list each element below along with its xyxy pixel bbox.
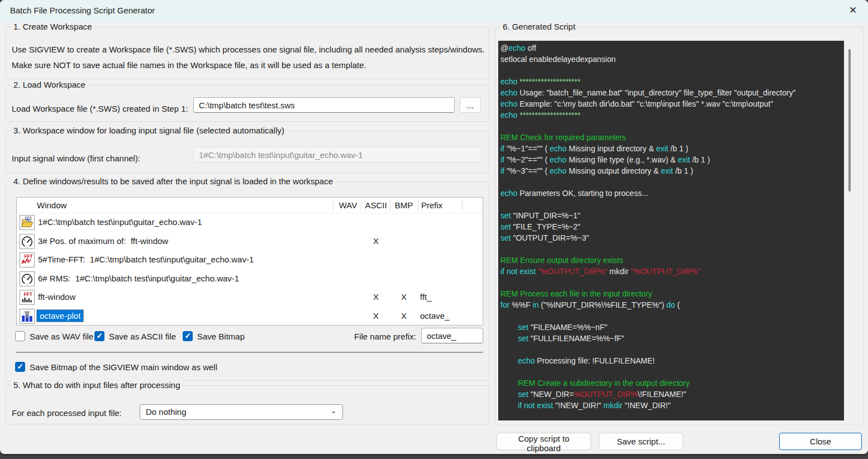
script-line: REM Check for required parameters [500, 132, 844, 143]
table-row[interactable]: octave-plotXXoctave_ [17, 307, 483, 326]
group-title: 5. What to do with input files after pro… [11, 380, 183, 390]
divider [16, 352, 483, 353]
save-ascii-checkbox[interactable] [94, 331, 104, 341]
script-line: echo ******************** [500, 109, 844, 121]
script-line: if "%~2"=="" ( echo Missing file type (e… [500, 154, 844, 165]
script-line [500, 199, 844, 210]
dropdown-value: Do nothing [146, 407, 187, 417]
group-title: 6. Generated Script [500, 22, 578, 31]
script-line: if "%~3"=="" ( echo Missing output direc… [500, 165, 844, 176]
script-line [500, 121, 844, 132]
input-signal-label: Input signal window (first channel): [12, 154, 140, 163]
script-scrollbar[interactable] [848, 49, 851, 192]
script-line: echo ******************** [500, 76, 844, 87]
script-line: echo Usage: "batch_file_name.bat" "input… [500, 87, 844, 98]
script-view[interactable]: @echo offsetlocal enabledelayedexpansion… [498, 41, 844, 420]
group-create-workspace: 1. Create Workspace Use SIGVIEW to creat… [6, 27, 489, 79]
col-wav: WAV [337, 200, 359, 210]
save-bitmap-label: Save Bitmap [197, 332, 245, 341]
copy-script-button[interactable]: Copy script to clipboard [497, 433, 591, 450]
window-row-label: 1#C:\tmp\batch test\input\guitar_echo.wa… [38, 217, 202, 227]
window-title: Batch File Processing Script Generator [10, 6, 155, 15]
gauge-icon [20, 271, 35, 286]
save-wav-checkbox[interactable] [15, 331, 25, 341]
bmp-mark: X [393, 311, 415, 321]
window-row-label: octave-plot [37, 310, 83, 322]
script-line: set "INPUT_DIR=%~1" [500, 210, 844, 221]
prefix-value: octave_ [420, 311, 470, 321]
close-icon[interactable]: ✕ [845, 3, 861, 18]
script-line: echo Example: "c:\my batch dir\do.bat" "… [500, 98, 844, 109]
chevron-down-icon: ⌄ [330, 406, 337, 415]
windows-table[interactable]: Window WAV ASCII BMP Prefix 1#C:\tmp\bat… [16, 197, 483, 326]
after-processing-dropdown[interactable]: Do nothing ⌄ [140, 404, 343, 420]
script-line [500, 366, 844, 377]
script-line [500, 176, 844, 188]
col-prefix: Prefix [421, 200, 442, 210]
script-line: setlocal enabledelayedexpansion [500, 54, 844, 65]
bmp-mark: X [393, 292, 415, 302]
window-row-label: fft-window [38, 292, 75, 302]
instruction-line-2: Make sure NOT to save actual file names … [12, 60, 366, 70]
col-bmp: BMP [393, 200, 415, 210]
save-wav-label: Save as WAV file [30, 332, 93, 341]
workspace-file-label: Load Workspace file (*.SWS) created in S… [12, 104, 188, 113]
script-line [500, 344, 844, 355]
table-row[interactable]: 6# RMS: 1#C:\tmp\batch test\input\guitar… [17, 270, 483, 289]
close-button[interactable]: Close [779, 433, 862, 450]
save-ascii-label: Save as ASCII file [109, 332, 176, 341]
octave-icon [20, 309, 35, 324]
script-line: echo Processing file: !FULLFILENAME! [500, 355, 844, 366]
group-define-windows: 4. Define windows/results to be saved af… [6, 181, 489, 381]
file-prefix-input[interactable] [421, 328, 483, 343]
table-row[interactable]: 3# Pos. of maximum of: fft-windowX [17, 232, 483, 251]
svg-text:FFT: FFT [23, 291, 32, 297]
fft-icon: FFT [20, 290, 35, 305]
script-line: REM Process each file in the input direc… [500, 288, 844, 299]
ascii-mark: X [365, 236, 387, 246]
save-main-bitmap-label: Save Bitmap of the SIGVIEW main window a… [30, 362, 217, 372]
screen: Batch File Processing Script Generator ✕… [0, 0, 868, 459]
script-line [500, 243, 844, 255]
script-line: @echo off [500, 42, 844, 54]
table-row[interactable]: 1#C:\tmp\batch test\input\guitar_echo.wa… [17, 213, 483, 232]
save-bitmap-checkbox[interactable] [183, 331, 193, 341]
script-line: if not exist "!NEW_DIR!" mkdir "!NEW_DIR… [500, 400, 844, 411]
signal-file-icon [20, 215, 35, 230]
script-line: echo Parameters OK, starting to process.… [500, 188, 844, 199]
window-row-label: 3# Pos. of maximum of: fft-window [38, 236, 168, 246]
group-title: 3. Workspace window for loading input si… [11, 126, 287, 135]
window-row-label: 6# RMS: 1#C:\tmp\batch test\input\guitar… [38, 274, 239, 283]
prefix-value: fft_ [420, 292, 470, 302]
script-line: REM Create a subdirectory in the output … [500, 377, 844, 389]
table-header: Window WAV ASCII BMP Prefix [17, 198, 483, 213]
group-title: 4. Define windows/results to be saved af… [11, 176, 336, 186]
save-main-bitmap-checkbox[interactable] [15, 362, 25, 372]
group-after-processing: 5. What to do with input files after pro… [6, 385, 489, 424]
script-line: set "OUTPUT_DIR=%~3" [500, 232, 844, 243]
script-line: set "FULLFILENAME=%%~fF" [500, 333, 844, 344]
workspace-file-input[interactable] [193, 97, 455, 113]
batch-script-generator-dialog: Batch File Processing Script Generator ✕… [0, 0, 868, 454]
save-script-button[interactable]: Save script... [599, 433, 683, 450]
titlebar: Batch File Processing Script Generator ✕ [0, 0, 868, 21]
table-row[interactable]: FFT5#Time-FFT: 1#C:\tmp\batch test\input… [17, 251, 483, 270]
input-signal-window-field [193, 147, 481, 162]
script-line: for %%F in ("%INPUT_DIR%\%FILE_TYPE%") d… [500, 299, 844, 310]
instruction-line-1: Use SIGVIEW to create a Workspace file (… [12, 45, 485, 54]
group-load-workspace: 2. Load Workspace Load Workspace file (*… [6, 85, 489, 122]
processed-file-label: For each processed input file: [12, 408, 122, 418]
script-line: if not exist "%OUTPUT_DIR%" mkdir "%OUTP… [500, 266, 844, 277]
script-line [500, 310, 844, 322]
script-line: REM Ensure output directory exists [500, 255, 844, 266]
group-title: 2. Load Workspace [11, 80, 88, 89]
script-line: set "FILENAME=%%~nF" [500, 322, 844, 333]
browse-button[interactable]: ... [460, 97, 481, 113]
group-workspace-window: 3. Workspace window for loading input si… [6, 131, 489, 173]
script-line [500, 65, 844, 76]
script-line: set "NEW_DIR=%OUTPUT_DIR%\!FILENAME!" [500, 389, 844, 400]
group-generated-script: 6. Generated Script @echo offsetlocal en… [495, 27, 864, 425]
script-line: if "%~1"=="" ( echo Missing input direct… [500, 143, 844, 154]
table-row[interactable]: FFTfft-windowXXfft_ [17, 288, 483, 307]
col-window: Window [37, 200, 66, 210]
